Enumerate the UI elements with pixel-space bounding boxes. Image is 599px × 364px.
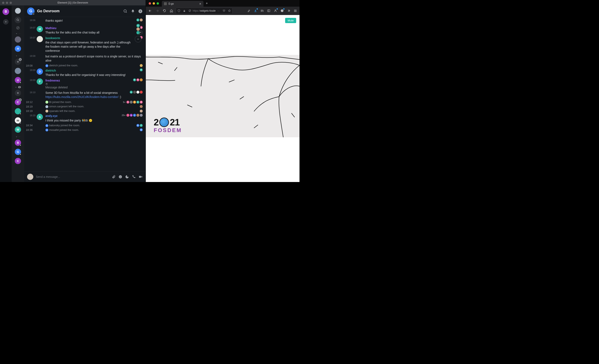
close-tab-button[interactable]: ✕ bbox=[199, 2, 201, 5]
message-list[interactable]: C ✕ 18:06thanks again!C18:07MMathieuThan… bbox=[24, 17, 146, 171]
message: 18:08but matrix as a protocol doesn't sc… bbox=[24, 54, 146, 63]
search-icon bbox=[123, 9, 127, 13]
permissions-button[interactable] bbox=[187, 8, 192, 13]
rooms-column: ⋯H⋯+5U5+C5mW⋯BGC bbox=[12, 5, 24, 182]
lock-icon bbox=[183, 9, 185, 12]
room-item[interactable]: m bbox=[15, 117, 21, 124]
devtools-button[interactable] bbox=[246, 8, 252, 14]
sidebar-button[interactable] bbox=[266, 8, 272, 14]
event-timestamp: 18:36 bbox=[26, 128, 35, 131]
room-search-button[interactable] bbox=[123, 9, 128, 14]
account-button[interactable] bbox=[273, 8, 278, 14]
message-sender: Mathieu bbox=[45, 26, 135, 30]
room-item[interactable]: H bbox=[15, 46, 21, 52]
membership-event: 18:19cpanato left the room. bbox=[24, 109, 146, 113]
home-button[interactable] bbox=[168, 8, 175, 14]
read-receipt-avatar: S bbox=[126, 101, 129, 104]
voice-call-button[interactable] bbox=[132, 175, 136, 179]
room-item[interactable]: B bbox=[15, 140, 21, 146]
tab-title: D.go bbox=[168, 2, 174, 5]
minimize-icon[interactable] bbox=[153, 2, 155, 5]
notifications-button[interactable] bbox=[131, 9, 135, 14]
message-avatar: D bbox=[37, 68, 43, 75]
read-receipt-avatar bbox=[140, 110, 143, 112]
message-avatar bbox=[37, 36, 43, 42]
message-input[interactable]: Send a message... bbox=[36, 175, 109, 178]
room-item[interactable]: W bbox=[15, 127, 21, 133]
reload-button[interactable] bbox=[161, 8, 167, 14]
pocket-button[interactable] bbox=[221, 8, 226, 13]
url-text: https://widgets-fosde bbox=[193, 9, 216, 12]
overflow-button[interactable] bbox=[286, 8, 291, 14]
attach-button[interactable] bbox=[112, 175, 116, 179]
add-room-button[interactable]: + bbox=[15, 90, 21, 96]
mute-button[interactable]: Mute bbox=[285, 18, 296, 23]
read-receipt-avatar: B bbox=[136, 124, 139, 127]
section-toggle[interactable]: ⋯ bbox=[12, 55, 24, 57]
add-space-button[interactable]: + bbox=[3, 19, 9, 25]
user-avatar[interactable] bbox=[15, 8, 21, 14]
space-avatar[interactable]: B bbox=[2, 8, 9, 15]
close-icon[interactable] bbox=[149, 2, 151, 5]
message: 18:10Some 3D fun from Mozilla for a bit … bbox=[24, 90, 146, 100]
room-item[interactable]: C bbox=[15, 158, 21, 164]
dismiss-receipts-button[interactable]: ✕ bbox=[139, 30, 143, 34]
read-receipt-avatar bbox=[133, 91, 136, 93]
bookmark-button[interactable] bbox=[227, 8, 232, 13]
room-item[interactable]: U bbox=[15, 77, 21, 83]
room-item[interactable]: C5 bbox=[15, 99, 21, 105]
emoji-button[interactable] bbox=[118, 175, 123, 179]
room-item[interactable] bbox=[15, 36, 21, 43]
message-body: the chat stays open until forwever, fede… bbox=[45, 40, 135, 53]
room-info-button[interactable]: i bbox=[138, 9, 143, 14]
lock-button[interactable] bbox=[182, 8, 187, 13]
membership-event: 18:19simon.sargeant left the room. bbox=[24, 104, 146, 109]
firefox-window: D.go ✕ + https://widgets-fosde ··· Mute bbox=[146, 0, 300, 182]
video-call-button[interactable] bbox=[139, 175, 143, 179]
room-item[interactable] bbox=[15, 68, 21, 74]
download-icon bbox=[254, 9, 257, 12]
event-timestamp: 18:19 bbox=[26, 110, 35, 112]
back-button[interactable] bbox=[147, 8, 153, 14]
zoom-icon[interactable] bbox=[157, 2, 159, 5]
search-button[interactable] bbox=[15, 17, 21, 23]
app-menu-button[interactable] bbox=[292, 8, 298, 14]
room-avatar[interactable]: G bbox=[27, 8, 35, 15]
membership-event: 18:08Ddietrich joined the room. bbox=[24, 63, 146, 68]
section-toggle[interactable]: 5 bbox=[12, 86, 24, 88]
globe-icon bbox=[159, 118, 169, 127]
whatsnew-button[interactable] bbox=[279, 8, 285, 14]
library-button[interactable] bbox=[259, 8, 265, 14]
read-receipt-avatar: C bbox=[136, 18, 139, 21]
message-link[interactable]: https://hubs.mozilla.com/2hUCsfK/fosdem-… bbox=[45, 95, 118, 99]
section-toggle[interactable]: ⋯ bbox=[12, 135, 24, 138]
event-text: simon.sargeant left the room. bbox=[49, 105, 84, 108]
svg-point-0 bbox=[17, 19, 18, 21]
shield-button[interactable] bbox=[176, 8, 181, 13]
read-receipt-avatar: M bbox=[140, 128, 143, 131]
read-receipts: MR bbox=[133, 78, 143, 81]
message-timestamp: 18:09 bbox=[26, 68, 35, 71]
browser-tab[interactable]: D.go ✕ bbox=[162, 1, 203, 7]
my-avatar bbox=[27, 174, 33, 180]
downloads-button[interactable] bbox=[252, 8, 258, 14]
forward-button[interactable] bbox=[154, 8, 160, 14]
chat-header: G Go Devroom i bbox=[24, 5, 146, 17]
explore-button[interactable] bbox=[16, 26, 20, 30]
event-avatar bbox=[45, 110, 48, 112]
logo-year-right: 21 bbox=[170, 117, 180, 127]
room-item[interactable] bbox=[15, 108, 21, 114]
new-tab-button[interactable]: + bbox=[203, 0, 210, 7]
add-room-button[interactable]: +5 bbox=[15, 59, 21, 65]
section-toggle[interactable]: ⋯ bbox=[12, 33, 24, 35]
scroll-up-button[interactable] bbox=[135, 36, 141, 42]
url-bar[interactable]: https://widgets-fosde ··· bbox=[176, 8, 232, 14]
sticker-button[interactable] bbox=[125, 175, 129, 179]
reload-icon bbox=[163, 9, 166, 12]
message-sender: andy.xyz bbox=[45, 114, 120, 118]
page-actions-button[interactable]: ··· bbox=[216, 8, 221, 13]
phone-icon bbox=[132, 175, 136, 179]
video-embed[interactable]: 2 21 FOSDEM bbox=[146, 55, 300, 137]
room-item[interactable]: G bbox=[15, 149, 21, 155]
notification-dot-icon bbox=[257, 8, 258, 9]
